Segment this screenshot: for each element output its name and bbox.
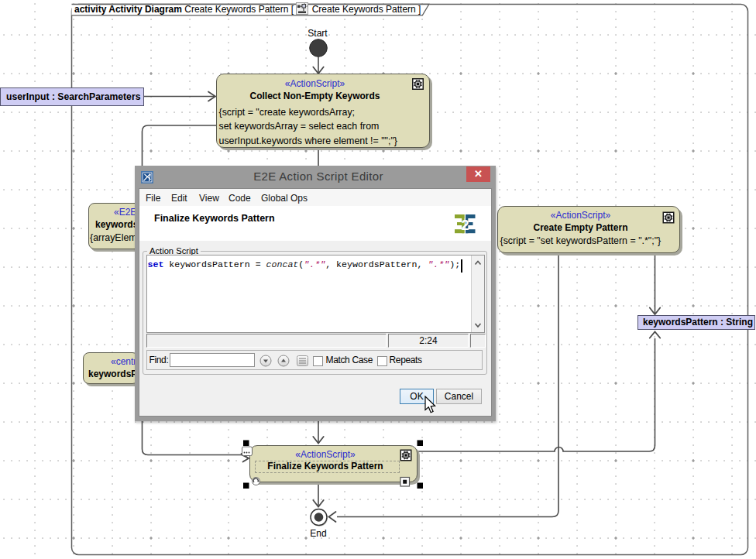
svg-text:2: 2 [461,218,469,233]
